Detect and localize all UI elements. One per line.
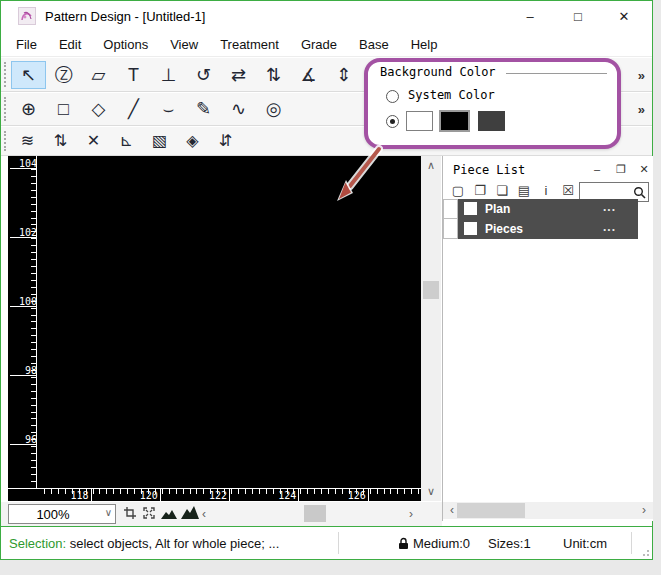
system-color-radio[interactable] (386, 90, 399, 103)
gray-swatch[interactable] (478, 111, 505, 131)
h-ruler-label: 126 (339, 489, 369, 501)
menu-base[interactable]: Base (348, 33, 400, 57)
copy-piece-menu-button[interactable]: ❏ (491, 181, 513, 201)
rectangle-tool-button[interactable]: □ (46, 95, 81, 123)
scroll-right-icon[interactable]: › (637, 502, 651, 519)
zoom-level-value: 100% (9, 505, 97, 523)
spline-tool-button[interactable]: ∿ (221, 95, 256, 123)
notch-tool-button[interactable]: ⊥ (151, 61, 186, 89)
toolbar-grip[interactable] (4, 131, 8, 151)
white-swatch[interactable] (406, 111, 433, 131)
pleat-tool-icon: ⇅ (54, 133, 67, 149)
polygon-tool-button[interactable]: ◇ (81, 95, 116, 123)
delete-piece-icon: ☒ (562, 183, 574, 198)
move-x-tool-button[interactable]: ⇄ (221, 61, 256, 89)
move-y-tool-icon: ⇅ (266, 66, 281, 84)
measure-tool-button[interactable]: ▱ (81, 61, 116, 89)
resize-grip[interactable] (640, 547, 650, 557)
maximize-button[interactable]: □ (556, 1, 600, 33)
panel-horizontal-scrollbar[interactable]: ‹ › (443, 502, 653, 519)
zoom-level-dropdown[interactable]: 100% ∨ (8, 504, 116, 524)
shape-3d-tool-button[interactable]: ◈ (176, 129, 209, 154)
pleat-tool-button[interactable]: ⇅ (44, 129, 77, 154)
piece-info-button[interactable]: i (535, 181, 557, 201)
move-y-tool-button[interactable]: ⇅ (256, 61, 291, 89)
select-tool-button[interactable]: ↖ (11, 61, 46, 89)
text-tool-button[interactable]: T (116, 61, 151, 89)
status-hint-text: select objects, Alt for whole piece; ... (66, 536, 279, 551)
piece-search-input[interactable] (581, 184, 631, 200)
copy-piece-button[interactable]: ❐ (469, 181, 491, 201)
spiral-tool-icon: ◎ (266, 100, 282, 118)
spiral-tool-button[interactable]: ◎ (256, 95, 291, 123)
panel-minimize-button[interactable]: – (588, 161, 606, 177)
toolbar-grip[interactable] (4, 62, 8, 87)
scroll-right-icon[interactable]: › (405, 504, 417, 524)
line-tool-button[interactable]: ╱ (116, 95, 151, 123)
horizontal-scroll-thumb[interactable] (304, 505, 326, 522)
curve-check-tool-button[interactable]: ≋ (11, 129, 44, 154)
drawing-canvas[interactable]: 1041021009896118120122124126 (8, 156, 421, 501)
menu-help[interactable]: Help (400, 33, 449, 57)
mirror-tool-button[interactable]: ⇵ (209, 129, 242, 154)
show-large-preview-icon[interactable] (181, 506, 199, 519)
piece-row-pieces[interactable]: Pieces... (443, 219, 653, 239)
import-pieces-button[interactable]: ▤ (513, 181, 535, 201)
panel-float-button[interactable]: ❐ (612, 161, 630, 177)
popup-title: Background Color (380, 65, 496, 79)
move-region-tool-icon: ▧ (152, 133, 167, 149)
menu-options[interactable]: Options (92, 33, 159, 57)
panel-scroll-thumb[interactable] (457, 503, 525, 518)
delete-piece-button[interactable]: ☒ (557, 181, 579, 201)
row-body[interactable]: Pieces... (458, 219, 638, 239)
zoom-tool-icon: Ⓩ (55, 66, 73, 84)
piece-row-plan[interactable]: Plan... (443, 199, 653, 219)
measure-angle-tool-button[interactable]: ∡ (291, 61, 326, 89)
point-tool-button[interactable]: ⊕ (11, 95, 46, 123)
desktop: Pattern Design - [Untitled-1] – □ ✕ File… (0, 0, 661, 575)
status-message: Selection: select objects, Alt for whole… (9, 536, 279, 551)
pattern-design-logo-icon (19, 8, 35, 24)
menu-edit[interactable]: Edit (48, 33, 92, 57)
crop-view-icon[interactable] (123, 506, 137, 520)
menu-file[interactable]: File (5, 33, 48, 57)
scroll-up-icon[interactable]: ∧ (421, 157, 441, 174)
panel-close-button[interactable]: ✕ (635, 161, 653, 177)
menu-grade[interactable]: Grade (290, 33, 348, 57)
row-more-button[interactable]: ... (603, 220, 616, 234)
scroll-left-icon[interactable]: ‹ (198, 504, 210, 524)
black-swatch[interactable] (439, 110, 470, 132)
h-ruler-label: 122 (200, 489, 230, 501)
show-small-preview-icon[interactable] (161, 509, 177, 519)
canvas-vertical-scrollbar[interactable]: ∧ ∨ (421, 156, 441, 501)
curve-tool-button[interactable]: ⌣ (151, 95, 186, 123)
zoom-tool-button[interactable]: Ⓩ (46, 61, 81, 89)
move-region-tool-button[interactable]: ▧ (143, 129, 176, 154)
row-checkbox[interactable] (464, 202, 477, 215)
lock-icon (398, 537, 409, 550)
pen-edit-tool-button[interactable]: ✎ (186, 95, 221, 123)
adjust-length-tool-button[interactable]: ⇕ (326, 61, 361, 89)
v-ruler-label: 100 (10, 296, 37, 307)
row-more-button[interactable]: ... (603, 200, 616, 214)
menu-view[interactable]: View (159, 33, 209, 57)
fit-view-icon[interactable] (142, 506, 156, 520)
seam-cross-tool-button[interactable]: ✕ (77, 129, 110, 154)
piece-list-title: Piece List (453, 163, 525, 177)
vertical-scroll-thumb[interactable] (423, 281, 439, 299)
custom-color-radio[interactable] (386, 115, 399, 128)
scroll-down-icon[interactable]: ∨ (421, 483, 441, 500)
close-button[interactable]: ✕ (602, 1, 646, 33)
curve-tool-icon: ⌣ (163, 100, 175, 118)
notch-tool-icon: ⊥ (161, 66, 177, 84)
menu-treatment[interactable]: Treatment (209, 33, 290, 57)
fan-rotate-tool-button[interactable]: ⊾ (110, 129, 143, 154)
row-checkbox[interactable] (464, 222, 477, 235)
toolbar-grip[interactable] (4, 97, 8, 121)
minimize-button[interactable]: – (508, 1, 552, 33)
rotate-tool-button[interactable]: ↺ (186, 61, 221, 89)
row-body[interactable]: Plan... (458, 199, 638, 219)
toolbar-overflow-chevron[interactable]: » (638, 67, 645, 82)
toolbar-overflow-chevron[interactable]: » (638, 102, 645, 117)
new-selection-button[interactable]: ▢ (447, 181, 469, 201)
